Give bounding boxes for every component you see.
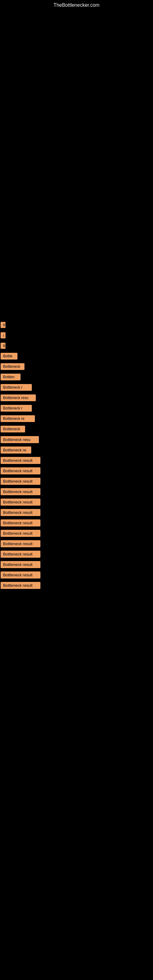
list-item: Bottleneck result xyxy=(0,540,153,549)
bottleneck-result-badge: Bottleneck resu xyxy=(1,395,36,401)
list-item: Bottle xyxy=(0,353,153,361)
bottleneck-result-badge: Bottleneck result xyxy=(1,457,40,464)
bottleneck-result-badge: Bottleneck xyxy=(1,426,25,433)
bottleneck-result-badge: Bottleneck re xyxy=(1,447,31,453)
bottleneck-result-badge: Bottleneck result xyxy=(1,571,40,579)
bottleneck-result-badge: Bottleneck result xyxy=(1,488,40,495)
list-item: Bottleneck result xyxy=(0,571,153,580)
bottleneck-result-badge: Bottle xyxy=(1,353,18,360)
bottleneck-result-badge: Bottleneck xyxy=(1,363,24,370)
list-item: Bottleneck xyxy=(0,363,153,372)
bottleneck-result-badge: Bottleneck re xyxy=(1,415,35,422)
bottleneck-result-badge: Bottleneck result xyxy=(1,509,40,516)
list-item: Bottleneck xyxy=(0,426,153,434)
bottleneck-result-badge: Bottleneck r xyxy=(1,384,32,391)
bottleneck-result-badge: B xyxy=(1,343,5,349)
list-item: | xyxy=(0,332,153,340)
list-item: Bottleneck r xyxy=(0,384,153,393)
list-item: Bottlen xyxy=(0,374,153,382)
list-item: Bottleneck result xyxy=(0,519,153,528)
list-item: Bottleneck result xyxy=(0,550,153,559)
site-title: TheBottlenecker.com xyxy=(54,2,99,8)
list-item: Bottleneck re xyxy=(0,447,153,455)
bottleneck-result-badge: Bottleneck result xyxy=(1,478,40,485)
bottleneck-result-badge: Bottlen xyxy=(1,374,21,380)
bottleneck-result-badge: Bottleneck result xyxy=(1,550,40,558)
bottleneck-result-badge: Bottleneck result xyxy=(1,467,40,474)
list-item: Bottleneck result xyxy=(0,499,153,507)
list-item: Bottleneck result xyxy=(0,467,153,476)
list-item: Bottleneck resu xyxy=(0,395,153,403)
list-item: Bottleneck result xyxy=(0,582,153,590)
bottleneck-result-badge: Bottleneck resu xyxy=(1,436,39,443)
list-item: Bottleneck result xyxy=(0,488,153,497)
list-item: B xyxy=(0,342,153,351)
list-item: Bottleneck r xyxy=(0,405,153,414)
bottleneck-result-badge: Bottleneck r xyxy=(1,405,32,412)
list-item: Bottleneck result xyxy=(0,561,153,570)
list-item: Bottleneck result xyxy=(0,530,153,538)
bottleneck-result-badge: Bottleneck result xyxy=(1,540,40,547)
bottleneck-result-badge: Bottleneck result xyxy=(1,530,40,537)
list-item: Bottleneck re xyxy=(0,415,153,424)
list-item: Bottleneck result xyxy=(0,478,153,486)
bottleneck-result-badge: | xyxy=(1,332,5,339)
list-item: B xyxy=(0,321,153,330)
list-item: Bottleneck resu xyxy=(0,436,153,445)
bottleneck-result-badge: Bottleneck result xyxy=(1,582,40,589)
bottleneck-result-badge: Bottleneck result xyxy=(1,561,40,568)
list-item: Bottleneck result xyxy=(0,509,153,517)
bottleneck-items-container: B|BBottleBottleneckBottlenBottleneck rBo… xyxy=(0,321,153,592)
bottleneck-result-badge: B xyxy=(1,322,5,328)
list-item: Bottleneck result xyxy=(0,457,153,466)
bottleneck-result-badge: Bottleneck result xyxy=(1,519,40,527)
bottleneck-result-badge: Bottleneck result xyxy=(1,499,40,506)
